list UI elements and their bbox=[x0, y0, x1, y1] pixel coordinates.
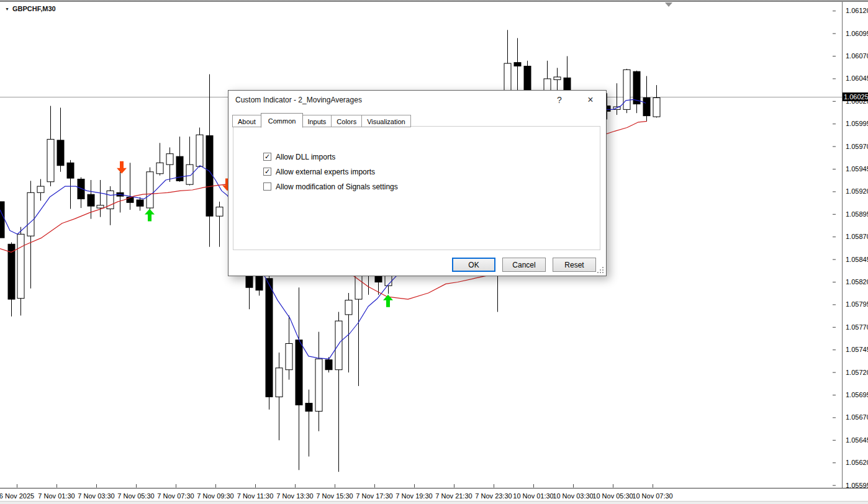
time-axis-label: 7 Nov 05:30 bbox=[117, 492, 154, 500]
price-axis-label: 1.05995 bbox=[846, 120, 868, 127]
checkbox-label: Allow DLL imports bbox=[276, 153, 335, 161]
help-icon[interactable]: ? bbox=[553, 91, 566, 109]
time-axis-label: 10 Nov 01:30 bbox=[513, 492, 553, 500]
cancel-button[interactable]: Cancel bbox=[502, 258, 546, 272]
dialog-title: Custom Indicator - 2_MovingAverages bbox=[235, 91, 362, 109]
price-axis-label: 1.05695 bbox=[846, 391, 868, 398]
price-axis-label: 1.05720 bbox=[846, 369, 868, 376]
close-icon[interactable]: × bbox=[584, 91, 597, 109]
price-axis-label: 1.05970 bbox=[846, 143, 868, 150]
tab-inputs[interactable]: Inputs bbox=[302, 115, 332, 127]
time-axis-label: 7 Nov 23:30 bbox=[475, 492, 512, 500]
price-axis-label: 1.05670 bbox=[846, 413, 868, 421]
time-axis-label: 7 Nov 07:30 bbox=[157, 492, 194, 500]
symbol-label[interactable]: ▼ GBPCHF,M30 bbox=[5, 5, 56, 12]
dialog-tab-strip: AboutCommonInputsColorsVisualization bbox=[232, 113, 411, 127]
chart-window: ▼ GBPCHF,M30 1.06025 1.061201.060951.060… bbox=[0, 0, 868, 504]
price-axis-label: 1.05820 bbox=[846, 278, 868, 286]
price-axis-label: 1.05645 bbox=[846, 436, 868, 444]
price-axis-label: 1.06070 bbox=[846, 52, 868, 60]
price-axis-label: 1.05745 bbox=[846, 346, 868, 353]
price-axis-label: 1.06045 bbox=[846, 74, 868, 82]
symbol-dropdown-icon: ▼ bbox=[5, 7, 9, 11]
price-axis-label: 1.05770 bbox=[846, 323, 868, 331]
price-axis[interactable]: 1.06025 1.061201.060951.060701.060451.06… bbox=[843, 2, 868, 488]
checkbox-unchecked-icon[interactable] bbox=[263, 182, 271, 191]
reset-button[interactable]: Reset bbox=[553, 258, 596, 272]
window-bottom-border bbox=[0, 501, 868, 504]
indicator-properties-dialog: Custom Indicator - 2_MovingAverages ? × … bbox=[228, 90, 607, 276]
time-axis-label: 10 Nov 03:30 bbox=[553, 492, 593, 500]
time-axis-label: 7 Nov 01:30 bbox=[38, 492, 75, 500]
chart-shift-marker-icon[interactable] bbox=[665, 2, 672, 7]
dialog-button-row: OKCancelReset bbox=[452, 258, 596, 272]
price-axis-label: 1.05920 bbox=[846, 187, 868, 195]
resize-grip-icon[interactable] bbox=[596, 266, 604, 274]
price-axis-label: 1.05895 bbox=[846, 210, 868, 218]
time-axis-label: 7 Nov 15:30 bbox=[316, 492, 353, 500]
price-axis-label: 1.06095 bbox=[846, 30, 868, 37]
price-axis-label: 1.05795 bbox=[846, 300, 868, 308]
time-axis-label: 10 Nov 05:30 bbox=[592, 492, 633, 500]
checkbox-checked-icon[interactable]: ✓ bbox=[263, 168, 271, 176]
dialog-titlebar[interactable]: Custom Indicator - 2_MovingAverages ? × bbox=[228, 91, 606, 109]
tab-visualization[interactable]: Visualization bbox=[362, 115, 411, 127]
time-axis-label: 7 Nov 11:30 bbox=[237, 492, 274, 500]
ok-button[interactable]: OK bbox=[452, 258, 495, 272]
checkbox-row: ✓Allow DLL imports bbox=[263, 153, 600, 161]
time-axis-label: 7 Nov 19:30 bbox=[396, 492, 432, 500]
tab-colors[interactable]: Colors bbox=[332, 115, 362, 127]
price-axis-label: 1.05945 bbox=[846, 165, 868, 173]
time-axis-label: 6 Nov 2025 bbox=[0, 492, 34, 500]
price-axis-label: 1.05620 bbox=[846, 459, 868, 466]
price-axis-label: 1.05845 bbox=[846, 256, 868, 263]
time-axis-label: 7 Nov 13:30 bbox=[276, 492, 313, 500]
checkbox-label: Allow external experts imports bbox=[276, 168, 375, 176]
tab-panel-common: ✓Allow DLL imports✓Allow external expert… bbox=[233, 126, 600, 250]
checkbox-checked-icon[interactable]: ✓ bbox=[263, 153, 271, 161]
tab-common[interactable]: Common bbox=[261, 113, 304, 128]
current-price-tag: 1.06025 bbox=[843, 92, 868, 101]
checkbox-label: Allow modification of Signals settings bbox=[276, 182, 398, 191]
time-axis-label: 7 Nov 17:30 bbox=[356, 492, 392, 500]
price-axis-label: 1.05870 bbox=[846, 233, 868, 240]
time-axis-label: 7 Nov 21:30 bbox=[435, 492, 472, 500]
time-axis-label: 10 Nov 07:30 bbox=[632, 492, 672, 500]
checkbox-row: ✓Allow external experts imports bbox=[263, 168, 600, 176]
symbol-label-text: GBPCHF,M30 bbox=[12, 5, 56, 12]
tab-about[interactable]: About bbox=[232, 115, 261, 127]
time-axis-label: 7 Nov 03:30 bbox=[78, 492, 114, 500]
checkbox-row: Allow modification of Signals settings bbox=[263, 182, 600, 191]
price-axis-label: 1.06120 bbox=[846, 7, 868, 14]
time-axis-label: 7 Nov 09:30 bbox=[197, 492, 233, 500]
